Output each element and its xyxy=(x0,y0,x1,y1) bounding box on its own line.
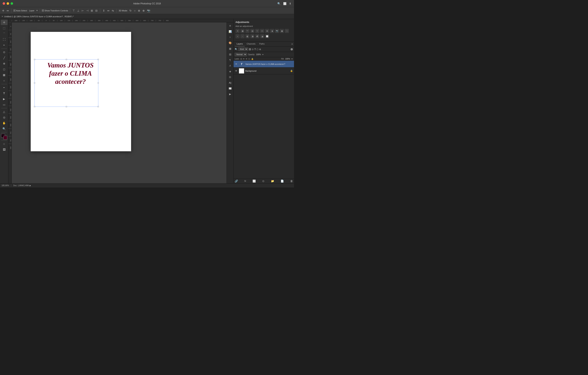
learn-icon[interactable]: 📰 xyxy=(228,86,233,91)
tool-dodge[interactable]: ○ xyxy=(1,78,8,83)
toolbar-arrows[interactable]: ⇔ xyxy=(6,9,10,12)
link-layers-btn[interactable]: 🔗 xyxy=(235,179,238,183)
tool-pen[interactable]: ✒ xyxy=(1,85,8,90)
delete-layer-btn[interactable]: 🗑 xyxy=(290,179,293,183)
layer-select[interactable]: Layer xyxy=(28,9,36,12)
adj-colorbal[interactable]: ⊞ xyxy=(265,29,269,33)
transform-check[interactable]: ✓ xyxy=(42,10,44,11)
search-icon[interactable]: 🔍 xyxy=(277,2,281,5)
gradient-panel-icon[interactable]: ▤ xyxy=(228,52,233,57)
filter-smart-icon[interactable]: ⊕ xyxy=(259,48,261,51)
handle-top-right[interactable] xyxy=(98,59,99,60)
handle-bot-right[interactable] xyxy=(98,106,99,107)
handle-mid-left[interactable] xyxy=(34,82,35,84)
tool-quickmask[interactable]: ⬡ xyxy=(1,141,8,146)
properties-icon[interactable]: ⊟ xyxy=(228,74,233,80)
color-icon[interactable]: 🎨 xyxy=(228,40,233,45)
align-top-icon[interactable]: ⊤ xyxy=(72,9,75,12)
dist-between-icon[interactable]: ⇆ xyxy=(111,9,115,12)
adj-brightness[interactable]: ☀ xyxy=(235,29,240,33)
move-tool-icon[interactable]: ✛ xyxy=(1,9,5,12)
info-icon[interactable]: i xyxy=(228,34,233,40)
tool-clone[interactable]: ⊕ xyxy=(1,61,8,66)
fill-arrow[interactable]: ▼ xyxy=(291,58,293,60)
rotate-icon[interactable]: ↻ xyxy=(129,9,132,12)
dist-h-icon[interactable]: ⇕ xyxy=(102,9,105,12)
adj-invert[interactable]: ⬛ xyxy=(285,29,289,33)
3d-rotate-icon[interactable]: ⊕ xyxy=(137,9,141,12)
tool-anchor[interactable]: △ xyxy=(1,109,8,114)
adj-shadow[interactable]: ◩ xyxy=(255,34,259,38)
tool-eyedropper[interactable]: ✒ xyxy=(1,43,8,48)
tool-move[interactable]: ✛ xyxy=(1,20,8,25)
adj-match[interactable]: ⬜ xyxy=(265,34,269,38)
adj-bw[interactable]: ◑ xyxy=(270,29,274,33)
adj-hsl[interactable]: HS xyxy=(260,29,264,33)
filter-shape-icon[interactable]: ⬡ xyxy=(256,48,258,51)
lock-transparent-icon[interactable]: ⊡ xyxy=(240,58,242,60)
share-icon[interactable]: ⬆ xyxy=(289,2,291,5)
3d-camera-icon[interactable]: 📷 xyxy=(147,9,151,12)
tool-text[interactable]: T xyxy=(1,91,8,96)
layer-dropdown-icon[interactable]: ▼ xyxy=(36,10,38,11)
add-mask-btn[interactable]: ⬜ xyxy=(252,179,256,183)
layer-item-text[interactable]: 👁 T Vamos JUNTOS fazer o CLIMA acontecer… xyxy=(234,61,294,67)
auto-select-checkbox[interactable]: ✓ Auto-Select: Layer ▼ xyxy=(13,9,38,12)
lock-image-icon[interactable]: ✒ xyxy=(243,58,245,60)
filter-adj-icon[interactable]: ⊙ xyxy=(252,48,254,51)
align-bottom-icon[interactable]: ⊢ xyxy=(81,9,84,12)
adj-hdr[interactable]: ◪ xyxy=(260,34,264,38)
handle-top-center[interactable] xyxy=(66,59,67,60)
adj-exposure[interactable]: ▧ xyxy=(250,29,254,33)
tab-layers[interactable]: Layers xyxy=(235,42,245,46)
filter-toggle[interactable] xyxy=(291,48,293,50)
align-vcenter-icon[interactable]: ⊥ xyxy=(76,9,80,12)
play-icon[interactable]: ▶ xyxy=(228,91,233,97)
tool-brush[interactable]: ╱ xyxy=(1,55,8,60)
adj-grmap[interactable]: ◧ xyxy=(245,34,250,38)
adj-levels[interactable]: ▦ xyxy=(240,29,245,33)
layer-visibility-btn[interactable]: 👁 xyxy=(235,69,238,72)
add-adjustment-btn[interactable]: ⊙ xyxy=(262,179,264,183)
adj-channel[interactable]: ▩ xyxy=(280,29,284,33)
histogram-icon[interactable]: 📊 xyxy=(228,29,233,34)
handle-bot-center[interactable] xyxy=(66,106,67,107)
color-swatches[interactable] xyxy=(1,134,8,140)
dist-v-icon[interactable]: ⇔ xyxy=(107,9,110,12)
handle-top-left[interactable] xyxy=(34,59,35,60)
background-color[interactable] xyxy=(3,136,7,140)
tab-channels[interactable]: Channels xyxy=(245,42,257,46)
layer-item-background[interactable]: 👁 Background 🔒 xyxy=(234,67,294,74)
minimize-button[interactable] xyxy=(7,2,9,5)
filter-pixel-icon[interactable]: 🖼 xyxy=(249,48,251,51)
text-icon[interactable]: A| xyxy=(228,80,233,85)
adj-photo[interactable]: 📷 xyxy=(275,29,279,33)
align-left-icon[interactable]: ⊣ xyxy=(86,9,89,12)
lock-artboard-icon[interactable]: ⬡ xyxy=(248,58,250,60)
tool-focus[interactable]: ◎ xyxy=(1,115,8,120)
adj-vibrance[interactable]: ▽ xyxy=(255,29,259,33)
tab-paths[interactable]: Paths xyxy=(257,42,267,46)
char-icon[interactable]: A xyxy=(228,63,233,68)
lock-all-icon[interactable]: 🔒 xyxy=(251,58,253,60)
new-layer-btn[interactable]: 📄 xyxy=(281,179,284,183)
tab-close-btn[interactable]: ✕ xyxy=(1,15,3,17)
align-right-icon[interactable]: ⊟ xyxy=(95,9,98,12)
adj-poster[interactable]: ▪ xyxy=(235,34,240,38)
doc-info-arrow[interactable]: ▶ xyxy=(30,185,31,187)
new-group-btn[interactable]: 📁 xyxy=(271,179,274,183)
paragraph-icon[interactable]: ¶ xyxy=(228,57,233,63)
filter-text-icon[interactable]: T xyxy=(254,48,256,51)
auto-select-check[interactable]: ✓ xyxy=(13,10,16,11)
tool-lasso[interactable]: ⌒ xyxy=(1,31,8,36)
tool-zoom[interactable]: 🔍 xyxy=(1,126,8,131)
tool-eraser[interactable]: ◻ xyxy=(1,66,8,72)
canvas-scroll[interactable]: Vamos JUNTOSfazer o CLIMAacontecer? ✛ xyxy=(12,22,227,183)
align-hcenter-icon[interactable]: ⊞ xyxy=(90,9,94,12)
adj-selcolor[interactable]: ◨ xyxy=(250,34,254,38)
swatches-icon[interactable]: ▦ xyxy=(228,46,233,51)
3d-light-icon[interactable]: ⊗ xyxy=(142,9,145,12)
3d-icon[interactable]: ◈ xyxy=(228,69,233,74)
layer-visibility-btn[interactable]: 👁 xyxy=(235,63,238,66)
tool-path-select[interactable]: ▶ xyxy=(1,96,8,102)
